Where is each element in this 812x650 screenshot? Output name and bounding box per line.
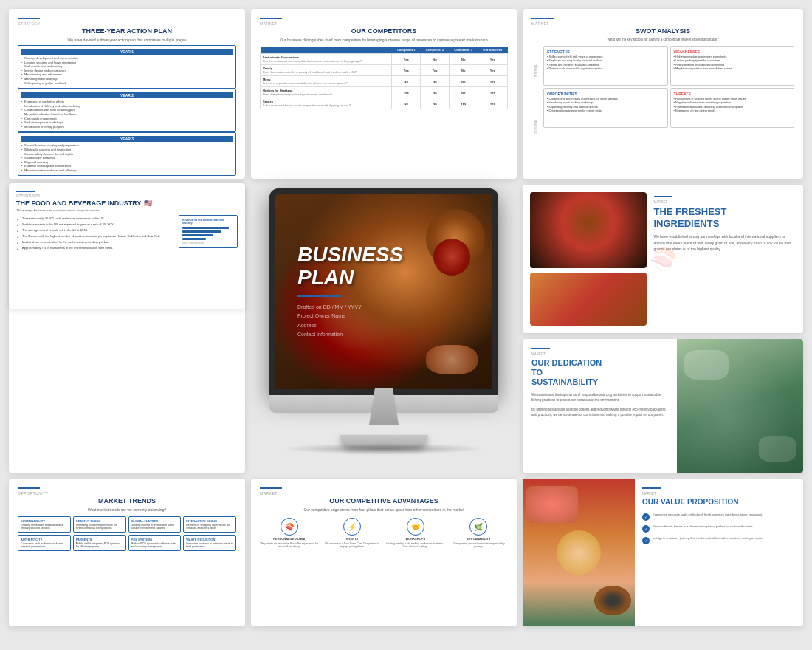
comp-val: No: [449, 76, 478, 87]
feature-name: SaucesIs the restaurant known for its un…: [261, 98, 392, 109]
value-title: OUR VALUE PROPOSITION: [642, 498, 796, 507]
t-text: Demand for engaging experiences like oma…: [186, 524, 233, 530]
comp-val: No: [449, 65, 478, 76]
year-1-item: Soft-opening to gather feedback: [21, 81, 233, 86]
right-col-row2: 🍣 MARKET THE FRESHESTINGREDIENTS We have…: [523, 185, 803, 473]
t-title: WASTE REDUCTION: [186, 538, 233, 541]
row-1: STRATEGY THREE-YEAR ACTION PLAN We have …: [9, 9, 803, 179]
feature-name: MenuIs there a separate menu available f…: [261, 76, 392, 87]
table-row: VarietyDoes the restaurant offer a varie…: [261, 65, 508, 76]
table-row: Last-minute ReservationsCan the restaura…: [261, 54, 508, 65]
revenue-bar-4: [182, 238, 206, 240]
value-text-3: Indulge in a culinary journey that combi…: [653, 536, 763, 541]
comp-val: No: [421, 76, 450, 87]
sust-content: MARKET OUR DEDICATIONTOSUSTAINABILITY We…: [523, 339, 677, 473]
threats-text: • Fluctuations in seafood prices due to …: [674, 98, 791, 113]
swot-subtitle: What are the key factors for gaining a c…: [531, 38, 794, 41]
trend-authenticity: AUTHENTICITY Consumers seek authentic su…: [18, 535, 71, 551]
competitors-subtitle: Our business distinguishes itself from c…: [260, 38, 508, 42]
competitors-title: OUR COMPETITORS: [260, 27, 508, 35]
t-title: AUTHENTICITY: [21, 538, 68, 541]
monitor-display: BUSINESSPLAN Drafted on DD / MM / YYYY P…: [251, 185, 517, 473]
comp-val: No: [449, 54, 478, 65]
t-title: GLOBAL FLAVORS: [131, 519, 179, 523]
value-content-col: MARKET OUR VALUE PROPOSITION ✓ Experienc…: [635, 479, 803, 626]
freshest-card: 🍣 MARKET THE FRESHESTINGREDIENTS We have…: [523, 185, 803, 333]
business-plan-meta: Drafted on DD / MM / YYYY Project Owner …: [297, 303, 362, 340]
stat-5: Market share concentration for the sushi…: [16, 240, 173, 244]
adv-sustainability: 🌿 SUSTAINABILITY Championing our environ…: [450, 518, 509, 548]
business-plan-title: BUSINESSPLAN: [297, 244, 403, 290]
strengths-label: STRENGTHS: [547, 49, 664, 54]
project-line: Project Owner Name: [297, 312, 362, 321]
comp-val: No: [421, 87, 450, 98]
stat-4: The 3 states with the highest number of …: [16, 234, 173, 239]
year-1-box: YEAR 1 Concept development and menu crea…: [18, 45, 236, 89]
value-label: MARKET: [642, 492, 796, 496]
t-text: Innovative solutions to minimize waste i…: [186, 542, 233, 548]
row-3: OPPORTUNITY MARKET TRENDS What market tr…: [9, 479, 803, 626]
comp-val: No: [392, 98, 421, 109]
freshest-images: 🍣: [530, 192, 647, 326]
t-title: POS SYSTEMS: [131, 538, 179, 541]
table-row: MenuIs there a separate menu available f…: [261, 76, 508, 87]
action-plan-card: STRATEGY THREE-YEAR ACTION PLAN We have …: [9, 9, 245, 179]
feature-name: Options for OmakaseDoes the restaurant p…: [261, 87, 392, 98]
opportunities-label: OPPORTUNITIES: [547, 92, 664, 96]
adv-workshops: 🤝 WORKSHOPS Hosting weekly sushi making …: [386, 518, 445, 548]
comp-adv-title: OUR COMPETITIVE ADVANTAGES: [260, 497, 508, 504]
contact-line: Contact Information: [297, 330, 362, 340]
check-icon-3: ✓: [642, 537, 650, 544]
table-row: SaucesIs the restaurant known for its un…: [261, 98, 508, 109]
sustainability-desc: Championing our environmental responsibi…: [450, 542, 509, 548]
events-icon: ⚡: [343, 518, 361, 536]
comp-val: Yes: [392, 54, 421, 65]
action-plan-title: THREE-YEAR ACTION PLAN: [18, 27, 236, 35]
comp-val: No: [392, 76, 421, 87]
check-icon-2: ✓: [642, 525, 650, 533]
comp-val: Yes: [421, 65, 450, 76]
roll-visual: [594, 586, 631, 615]
salmon-visual: [526, 486, 578, 523]
monitor-shadow: [281, 443, 487, 454]
stat-1: There are nearly 20,000 sushi restaurant…: [16, 216, 173, 221]
internal-label: INTERNAL: [534, 64, 537, 77]
trend-waste: WASTE REDUCTION Innovative solutions to …: [183, 535, 236, 551]
personalized-icon: 🍣: [281, 518, 298, 536]
food-industry-card: OPPORTUNITY THE FOOD AND BEVERAGE INDUST…: [9, 183, 245, 309]
col-feature: [261, 47, 392, 54]
swot-title: SWOT ANALYSIS: [531, 27, 794, 35]
col-us: Our Business: [478, 47, 507, 54]
sust-stripe: [531, 348, 550, 349]
feature-name: Last-minute ReservationsCan the restaura…: [261, 54, 392, 65]
industry-title: THE FOOD AND BEVERAGE INDUSTRY 🇺🇸: [16, 199, 238, 207]
drafted-line: Drafted on DD / MM / YYYY: [297, 303, 362, 312]
personalized-label: PERSONALIZED OMNI: [260, 537, 319, 541]
opportunities-text: • Collaborating with nearby businesses f…: [547, 98, 664, 113]
value-stripe: [642, 488, 661, 489]
year-2-label: YEAR 2: [21, 92, 233, 98]
trend-global: GLOBAL FLAVORS Growing interest in diver…: [128, 516, 182, 533]
comp-val: Yes: [478, 65, 507, 76]
revenue-note: pours, reaching target: [182, 242, 234, 244]
col-comp2: Competitor 2: [421, 47, 450, 54]
industry-title-text: THE FOOD AND BEVERAGE INDUSTRY: [16, 199, 141, 207]
industry-subtitle: The average American eats sushi about on…: [16, 208, 238, 212]
workshops-icon: 🤝: [407, 518, 424, 536]
t-title: INTERACTIVE DINING: [186, 519, 233, 523]
comp-val: Yes: [478, 98, 507, 109]
value-item-1: ✓ Experience exquisite sushi crafted wit…: [642, 513, 796, 521]
swot-label: MARKET: [531, 21, 794, 26]
screen-content: BUSINESSPLAN Drafted on DD / MM / YYYY P…: [275, 194, 492, 389]
competitors-table: Competitor 1 Competitor 2 Competitor 3 O…: [260, 47, 508, 109]
sust-text-2: By offering sustainable seafood options …: [531, 407, 668, 418]
t-text: Modern POS systems for efficient order a…: [131, 542, 179, 548]
check-icon-1: ✓: [642, 513, 650, 521]
t-text: Consumers seek authentic sushi and artis…: [21, 542, 68, 548]
personalized-desc: We provide an interactive Sushi Bar expe…: [260, 542, 319, 548]
competitors-card: MARKET OUR COMPETITORS Our business dist…: [251, 9, 517, 179]
comp-val: Yes: [478, 87, 507, 98]
events-desc: We showcase a Toro Sushi Chef Competitio…: [323, 542, 382, 548]
value-item-3: ✓ Indulge in a culinary journey that com…: [642, 536, 796, 544]
comp-val: No: [449, 87, 478, 98]
